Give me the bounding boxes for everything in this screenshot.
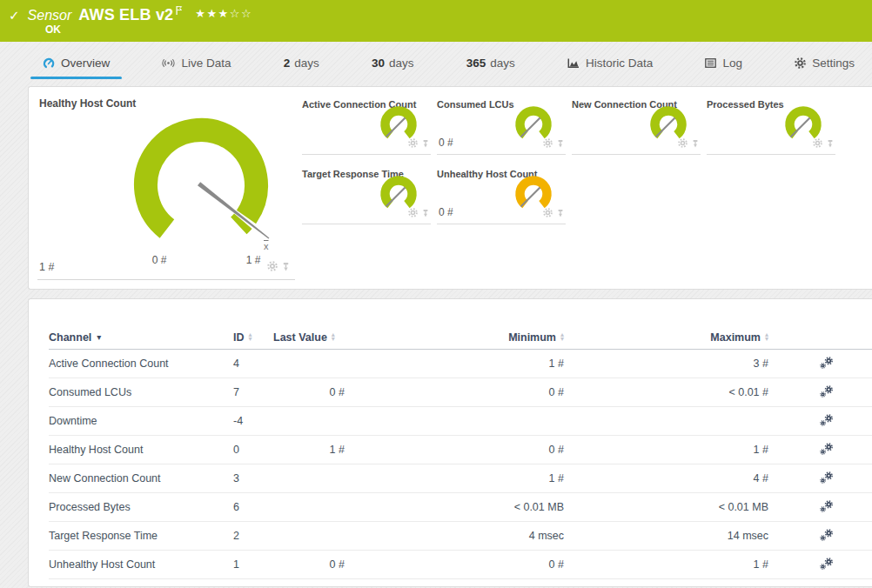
tab-live-data[interactable]: Live Data <box>158 42 234 84</box>
table-row: Target Response Time 2 4 msec 14 msec <box>49 522 872 551</box>
pin-icon[interactable] <box>557 205 564 221</box>
column-header-channel[interactable]: Channel▾ <box>49 331 233 344</box>
pin-icon[interactable] <box>422 205 429 221</box>
broadcast-icon <box>162 58 175 68</box>
ok-check-icon: ✓ <box>9 8 20 23</box>
gear-icon[interactable] <box>543 205 553 221</box>
tab-30-days[interactable]: 30 days <box>368 42 418 84</box>
sort-active-icon: ▾ <box>97 332 101 342</box>
cell-id: -4 <box>233 415 273 427</box>
tab-label-strong: 30 <box>372 57 385 70</box>
table-row: Processed Bytes 6 < 0.01 MB < 0.01 MB <box>49 493 872 522</box>
tab-365-days[interactable]: 365 days <box>463 42 519 84</box>
cell-maximum: 14 msec <box>569 530 774 542</box>
cell-maximum: < 0.01 MB <box>569 501 774 513</box>
cell-minimum: 1 # <box>350 357 569 370</box>
channel-settings-gears-icon[interactable] <box>820 500 834 515</box>
gear-icon[interactable] <box>408 205 418 221</box>
channel-settings-gears-icon[interactable] <box>820 529 834 544</box>
tab-log[interactable]: Log <box>701 42 746 84</box>
gear-icon <box>795 57 806 69</box>
channel-settings-gears-icon[interactable] <box>820 357 834 371</box>
gauge-tile-target-response-time: Target Response Time <box>302 164 431 224</box>
cell-channel: Unhealthy Host Count <box>49 558 233 571</box>
cell-channel: Processed Bytes <box>49 501 233 513</box>
stars-empty[interactable]: ☆☆ <box>230 7 252 20</box>
cell-maximum: 4 # <box>569 472 774 484</box>
tab-label: Settings <box>812 57 855 70</box>
tab-label: Log <box>722 57 742 70</box>
cell-minimum: 0 # <box>350 386 569 398</box>
log-icon <box>705 58 716 68</box>
cell-last-value: 0 # <box>273 558 350 571</box>
status-text: OK <box>45 23 61 36</box>
gear-icon[interactable] <box>267 259 278 275</box>
column-header-minimum[interactable]: Minimum▴▾ <box>350 331 569 344</box>
channel-settings-gears-icon[interactable] <box>820 443 834 458</box>
tab-label: days <box>490 57 515 70</box>
channel-table-panel: Channel▾ ID▴▾ Last Value▴▾ Minimum▴▾ Max… <box>28 298 872 587</box>
tab-label: days <box>294 57 319 70</box>
cell-maximum: 1 # <box>569 558 774 571</box>
cell-channel: Target Response Time <box>49 530 233 542</box>
table-row: Active Connection Count 4 1 # 3 # <box>49 350 872 378</box>
overview-gauges-panel: Healthy Host Count 0 # 1 # x 1 # Active … <box>28 86 872 290</box>
tab-settings[interactable]: Settings <box>791 42 858 84</box>
gauge-tile-primary: Healthy Host Count 0 # 1 # x 1 # <box>37 94 295 280</box>
tab-label: Historic Data <box>586 57 653 70</box>
pin-icon[interactable] <box>422 136 429 151</box>
flag-icon[interactable] <box>176 3 183 19</box>
cell-channel: Healthy Host Count <box>49 444 233 456</box>
table-row: Unhealthy Host Count 1 0 # 0 # 1 # <box>49 551 872 579</box>
tab-label-strong: 2 <box>284 57 291 70</box>
channel-settings-gears-icon[interactable] <box>820 385 834 400</box>
tab-overview[interactable]: Overview <box>39 42 113 84</box>
cell-minimum: 4 msec <box>350 530 569 542</box>
tab-2-days[interactable]: 2 days <box>280 42 323 84</box>
gauge-current-value: 0 # <box>439 137 453 149</box>
sensor-name: AWS ELB v2 <box>78 6 173 24</box>
column-header-last-value[interactable]: Last Value▴▾ <box>273 331 350 344</box>
sort-arrows-icon: ▴▾ <box>332 333 335 341</box>
channel-settings-gears-icon[interactable] <box>820 414 834 429</box>
gauge-tile-unhealthy-host-count: Unhealthy Host Count 0 # <box>437 164 566 224</box>
cell-maximum: 3 # <box>569 357 774 370</box>
table-row: New Connection Count 3 1 # 4 # <box>49 464 872 493</box>
gear-icon[interactable] <box>408 136 418 151</box>
pin-icon[interactable] <box>282 259 290 275</box>
tab-bar: Overview Live Data 2 days 30 days 365 da… <box>0 42 872 84</box>
channel-settings-gears-icon[interactable] <box>820 471 834 486</box>
pin-icon[interactable] <box>827 136 834 151</box>
channel-settings-gears-icon[interactable] <box>820 558 834 572</box>
table-row: Downtime -4 <box>49 407 872 436</box>
sensor-type-label: Sensor <box>28 8 72 23</box>
sensor-title-row: ✓ Sensor AWS ELB v2 ★★★☆☆ <box>0 0 872 24</box>
gear-icon[interactable] <box>813 136 822 151</box>
cell-channel: Active Connection Count <box>49 357 233 370</box>
column-header-maximum[interactable]: Maximum▴▾ <box>569 331 774 344</box>
sensor-status-banner: ✓ Sensor AWS ELB v2 ★★★☆☆ OK <box>0 0 872 42</box>
gear-icon[interactable] <box>543 136 553 151</box>
gauge-chart <box>37 94 295 280</box>
gear-icon[interactable] <box>678 136 688 151</box>
pin-icon[interactable] <box>692 136 699 151</box>
stars-filled[interactable]: ★★★ <box>195 7 229 20</box>
gauge-scale-min: 0 # <box>140 254 178 266</box>
cell-id: 3 <box>233 472 273 484</box>
priority-star-rating[interactable]: ★★★☆☆ <box>195 7 252 20</box>
cell-id: 4 <box>233 357 273 370</box>
pin-icon[interactable] <box>557 136 564 151</box>
overview-icon <box>43 57 55 70</box>
table-body: Active Connection Count 4 1 # 3 # Consum… <box>49 350 872 579</box>
column-header-id[interactable]: ID▴▾ <box>233 331 273 344</box>
gauge-current-value: 1 # <box>39 261 54 273</box>
tab-label-strong: 365 <box>466 57 486 70</box>
sort-arrows-icon: ▴▾ <box>765 333 768 341</box>
cell-id: 1 <box>233 558 273 571</box>
tab-historic-data[interactable]: Historic Data <box>564 42 656 84</box>
cell-minimum: 0 # <box>350 558 569 571</box>
average-marker: x <box>264 241 269 251</box>
cell-last-value: 0 # <box>273 386 350 398</box>
cell-minimum: 0 # <box>350 444 569 456</box>
cell-minimum: < 0.01 MB <box>350 501 569 513</box>
